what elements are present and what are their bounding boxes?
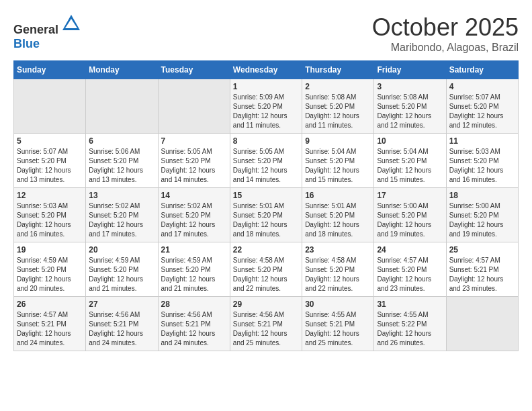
calendar-cell: 9Sunrise: 5:04 AM Sunset: 5:20 PM Daylig…: [302, 134, 374, 188]
calendar-cell: [14, 79, 86, 134]
day-number: 27: [89, 300, 154, 309]
day-info: Sunrise: 5:08 AM Sunset: 5:20 PM Dayligh…: [377, 93, 443, 130]
calendar-cell: 5Sunrise: 5:07 AM Sunset: 5:20 PM Daylig…: [14, 134, 86, 188]
logo-icon: [61, 13, 81, 34]
day-info: Sunrise: 5:07 AM Sunset: 5:20 PM Dayligh…: [17, 147, 83, 185]
weekday-header-row: SundayMondayTuesdayWednesdayThursdayFrid…: [14, 61, 519, 79]
day-number: 24: [377, 245, 443, 255]
calendar-cell: 21Sunrise: 4:59 AM Sunset: 5:20 PM Dayli…: [158, 242, 230, 297]
calendar-cell: 23Sunrise: 4:58 AM Sunset: 5:20 PM Dayli…: [302, 242, 374, 297]
calendar-cell: 4Sunrise: 5:07 AM Sunset: 5:20 PM Daylig…: [446, 79, 518, 134]
calendar-cell: [86, 79, 158, 134]
day-number: 25: [449, 245, 515, 255]
calendar-week-row: 1Sunrise: 5:09 AM Sunset: 5:20 PM Daylig…: [14, 79, 519, 134]
calendar-cell: 28Sunrise: 4:56 AM Sunset: 5:21 PM Dayli…: [158, 297, 230, 351]
day-number: 20: [89, 245, 154, 255]
calendar-cell: 14Sunrise: 5:02 AM Sunset: 5:20 PM Dayli…: [158, 188, 230, 242]
day-number: 12: [17, 191, 83, 200]
day-info: Sunrise: 4:56 AM Sunset: 5:21 PM Dayligh…: [89, 310, 154, 348]
day-info: Sunrise: 5:04 AM Sunset: 5:20 PM Dayligh…: [305, 147, 371, 185]
day-info: Sunrise: 5:04 AM Sunset: 5:20 PM Dayligh…: [377, 147, 443, 185]
weekday-header: Tuesday: [158, 61, 230, 79]
day-number: 29: [233, 300, 299, 309]
calendar-cell: 2Sunrise: 5:08 AM Sunset: 5:20 PM Daylig…: [302, 79, 374, 134]
day-number: 21: [161, 245, 227, 255]
day-info: Sunrise: 5:05 AM Sunset: 5:20 PM Dayligh…: [233, 147, 299, 185]
calendar-cell: 1Sunrise: 5:09 AM Sunset: 5:20 PM Daylig…: [230, 79, 302, 134]
day-info: Sunrise: 5:01 AM Sunset: 5:20 PM Dayligh…: [305, 201, 371, 239]
month-title: October 2025: [372, 13, 519, 42]
day-number: 30: [305, 300, 371, 309]
day-info: Sunrise: 4:58 AM Sunset: 5:20 PM Dayligh…: [305, 256, 371, 293]
day-info: Sunrise: 5:07 AM Sunset: 5:20 PM Dayligh…: [449, 93, 515, 130]
day-number: 13: [89, 191, 154, 200]
day-number: 17: [377, 191, 443, 200]
day-info: Sunrise: 4:56 AM Sunset: 5:21 PM Dayligh…: [161, 310, 227, 348]
day-number: 16: [305, 191, 371, 200]
day-number: 9: [305, 136, 371, 146]
weekday-header: Thursday: [302, 61, 374, 79]
day-info: Sunrise: 4:57 AM Sunset: 5:21 PM Dayligh…: [449, 256, 515, 293]
calendar-cell: 16Sunrise: 5:01 AM Sunset: 5:20 PM Dayli…: [302, 188, 374, 242]
weekday-header: Monday: [86, 61, 158, 79]
day-info: Sunrise: 4:56 AM Sunset: 5:21 PM Dayligh…: [233, 310, 299, 348]
day-info: Sunrise: 4:59 AM Sunset: 5:20 PM Dayligh…: [17, 256, 83, 293]
day-number: 22: [233, 245, 299, 255]
calendar-cell: 11Sunrise: 5:03 AM Sunset: 5:20 PM Dayli…: [446, 134, 518, 188]
calendar-cell: 15Sunrise: 5:01 AM Sunset: 5:20 PM Dayli…: [230, 188, 302, 242]
day-info: Sunrise: 5:00 AM Sunset: 5:20 PM Dayligh…: [377, 201, 443, 239]
day-number: 2: [305, 82, 371, 91]
calendar-cell: 8Sunrise: 5:05 AM Sunset: 5:20 PM Daylig…: [230, 134, 302, 188]
day-info: Sunrise: 4:57 AM Sunset: 5:21 PM Dayligh…: [17, 310, 83, 348]
day-info: Sunrise: 5:03 AM Sunset: 5:20 PM Dayligh…: [17, 201, 83, 239]
day-number: 26: [17, 300, 83, 309]
day-number: 18: [449, 191, 515, 200]
calendar-cell: 10Sunrise: 5:04 AM Sunset: 5:20 PM Dayli…: [374, 134, 446, 188]
day-info: Sunrise: 5:02 AM Sunset: 5:20 PM Dayligh…: [161, 201, 227, 239]
day-number: 28: [161, 300, 227, 309]
day-info: Sunrise: 5:02 AM Sunset: 5:20 PM Dayligh…: [89, 201, 154, 239]
day-number: 5: [17, 136, 83, 146]
day-number: 11: [449, 136, 515, 146]
day-info: Sunrise: 5:09 AM Sunset: 5:20 PM Dayligh…: [233, 93, 299, 130]
day-number: 8: [233, 136, 299, 146]
day-info: Sunrise: 4:59 AM Sunset: 5:20 PM Dayligh…: [161, 256, 227, 293]
calendar-cell: 20Sunrise: 4:59 AM Sunset: 5:20 PM Dayli…: [86, 242, 158, 297]
day-number: 31: [377, 300, 443, 309]
weekday-header: Sunday: [14, 61, 86, 79]
calendar-week-row: 12Sunrise: 5:03 AM Sunset: 5:20 PM Dayli…: [14, 188, 519, 242]
calendar-cell: 22Sunrise: 4:58 AM Sunset: 5:20 PM Dayli…: [230, 242, 302, 297]
page-header: General Blue October 2025 Maribondo, Ala…: [13, 13, 519, 54]
day-info: Sunrise: 4:55 AM Sunset: 5:21 PM Dayligh…: [305, 310, 371, 348]
location: Maribondo, Alagoas, Brazil: [372, 42, 519, 54]
day-number: 6: [89, 136, 154, 146]
logo: General Blue: [13, 13, 81, 51]
calendar-cell: 6Sunrise: 5:06 AM Sunset: 5:20 PM Daylig…: [86, 134, 158, 188]
day-info: Sunrise: 4:55 AM Sunset: 5:22 PM Dayligh…: [377, 310, 443, 348]
calendar-cell: 12Sunrise: 5:03 AM Sunset: 5:20 PM Dayli…: [14, 188, 86, 242]
day-number: 7: [161, 136, 227, 146]
weekday-header: Friday: [374, 61, 446, 79]
calendar-cell: 17Sunrise: 5:00 AM Sunset: 5:20 PM Dayli…: [374, 188, 446, 242]
calendar-cell: 19Sunrise: 4:59 AM Sunset: 5:20 PM Dayli…: [14, 242, 86, 297]
calendar-cell: 31Sunrise: 4:55 AM Sunset: 5:22 PM Dayli…: [374, 297, 446, 351]
day-number: 1: [233, 82, 299, 91]
calendar-cell: [158, 79, 230, 134]
day-number: 15: [233, 191, 299, 200]
day-info: Sunrise: 5:01 AM Sunset: 5:20 PM Dayligh…: [233, 201, 299, 239]
calendar-week-row: 5Sunrise: 5:07 AM Sunset: 5:20 PM Daylig…: [14, 134, 519, 188]
calendar-cell: 30Sunrise: 4:55 AM Sunset: 5:21 PM Dayli…: [302, 297, 374, 351]
day-info: Sunrise: 5:00 AM Sunset: 5:20 PM Dayligh…: [449, 201, 515, 239]
calendar-cell: 13Sunrise: 5:02 AM Sunset: 5:20 PM Dayli…: [86, 188, 158, 242]
calendar-cell: 29Sunrise: 4:56 AM Sunset: 5:21 PM Dayli…: [230, 297, 302, 351]
day-info: Sunrise: 4:59 AM Sunset: 5:20 PM Dayligh…: [89, 256, 154, 293]
day-number: 10: [377, 136, 443, 146]
day-info: Sunrise: 4:57 AM Sunset: 5:20 PM Dayligh…: [377, 256, 443, 293]
calendar-cell: 26Sunrise: 4:57 AM Sunset: 5:21 PM Dayli…: [14, 297, 86, 351]
day-info: Sunrise: 5:08 AM Sunset: 5:20 PM Dayligh…: [305, 93, 371, 130]
calendar-cell: 18Sunrise: 5:00 AM Sunset: 5:20 PM Dayli…: [446, 188, 518, 242]
calendar-cell: 24Sunrise: 4:57 AM Sunset: 5:20 PM Dayli…: [374, 242, 446, 297]
weekday-header: Wednesday: [230, 61, 302, 79]
day-number: 19: [17, 245, 83, 255]
day-number: 4: [449, 82, 515, 91]
